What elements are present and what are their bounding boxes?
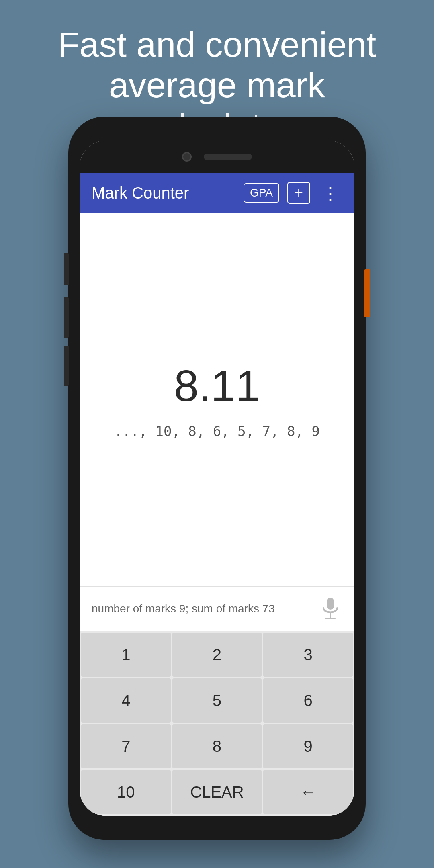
microphone-button[interactable]	[318, 595, 342, 623]
volume-button	[364, 269, 370, 317]
average-value: 8.11	[174, 360, 260, 411]
key-10[interactable]: 10	[81, 770, 171, 814]
marks-history: ..., 10, 8, 6, 5, 7, 8, 9	[114, 423, 320, 439]
app-bar: Mark Counter GPA + ⋮	[80, 173, 354, 213]
key-2[interactable]: 2	[172, 633, 262, 677]
result-area: 8.11 ..., 10, 8, 6, 5, 7, 8, 9	[80, 213, 354, 586]
add-mark-button[interactable]: +	[287, 182, 310, 204]
key-4[interactable]: 4	[81, 678, 171, 723]
app-title: Mark Counter	[92, 184, 235, 202]
marks-status-text: number of marks 9; sum of marks 73	[92, 602, 275, 615]
key-8[interactable]: 8	[172, 724, 262, 768]
earpiece-speaker	[204, 154, 252, 160]
key-3[interactable]: 3	[263, 633, 353, 677]
keypad: 1 2 3 4 5 6 7 8 9 10 CLEAR ←	[80, 631, 354, 816]
key-5[interactable]: 5	[172, 678, 262, 723]
key-1[interactable]: 1	[81, 633, 171, 677]
vol-up-button	[64, 297, 69, 338]
gpa-button[interactable]: GPA	[244, 183, 279, 203]
clear-button[interactable]: CLEAR	[172, 770, 262, 814]
overflow-menu-icon[interactable]: ⋮	[318, 181, 342, 205]
phone-mockup: Mark Counter GPA + ⋮ 8.11 ..., 10, 8, 6,…	[68, 117, 366, 840]
backspace-button[interactable]: ←	[263, 770, 353, 814]
notch	[80, 141, 354, 173]
marks-status-bar: number of marks 9; sum of marks 73	[80, 586, 354, 631]
power-button	[64, 253, 69, 285]
svg-rect-0	[327, 598, 334, 610]
front-camera	[182, 152, 192, 162]
key-7[interactable]: 7	[81, 724, 171, 768]
key-9[interactable]: 9	[263, 724, 353, 768]
phone-screen: Mark Counter GPA + ⋮ 8.11 ..., 10, 8, 6,…	[80, 141, 354, 816]
key-6[interactable]: 6	[263, 678, 353, 723]
vol-down-button	[64, 346, 69, 386]
